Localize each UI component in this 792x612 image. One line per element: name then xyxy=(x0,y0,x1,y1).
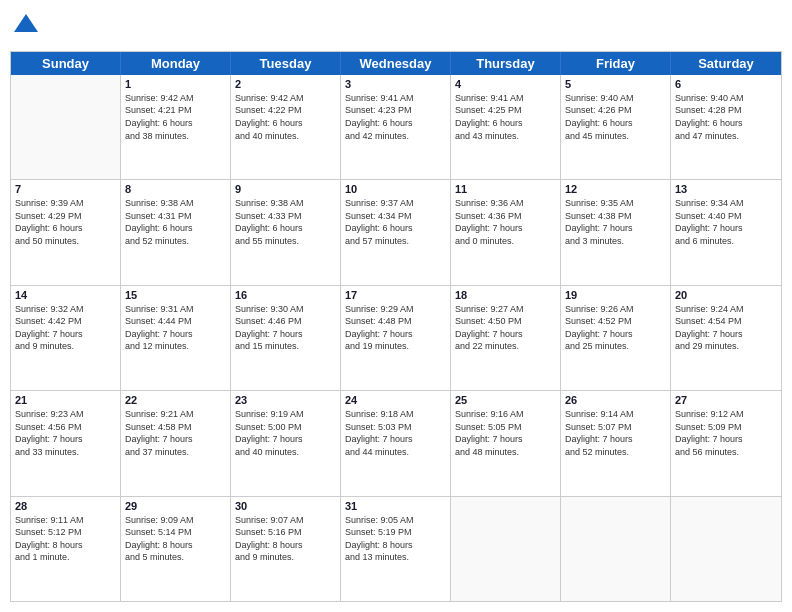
day-info: Sunrise: 9:19 AM Sunset: 5:00 PM Dayligh… xyxy=(235,408,336,458)
logo-icon xyxy=(12,10,40,38)
day-number: 13 xyxy=(675,183,777,195)
day-info: Sunrise: 9:18 AM Sunset: 5:03 PM Dayligh… xyxy=(345,408,446,458)
day-number: 2 xyxy=(235,78,336,90)
day-cell: 19Sunrise: 9:26 AM Sunset: 4:52 PM Dayli… xyxy=(561,286,671,390)
header-day-sunday: Sunday xyxy=(11,52,121,75)
day-cell: 30Sunrise: 9:07 AM Sunset: 5:16 PM Dayli… xyxy=(231,497,341,601)
logo xyxy=(10,10,40,43)
day-cell xyxy=(11,75,121,179)
day-number: 4 xyxy=(455,78,556,90)
header-day-tuesday: Tuesday xyxy=(231,52,341,75)
day-info: Sunrise: 9:14 AM Sunset: 5:07 PM Dayligh… xyxy=(565,408,666,458)
day-info: Sunrise: 9:37 AM Sunset: 4:34 PM Dayligh… xyxy=(345,197,446,247)
day-cell: 28Sunrise: 9:11 AM Sunset: 5:12 PM Dayli… xyxy=(11,497,121,601)
day-number: 5 xyxy=(565,78,666,90)
day-info: Sunrise: 9:26 AM Sunset: 4:52 PM Dayligh… xyxy=(565,303,666,353)
day-cell: 15Sunrise: 9:31 AM Sunset: 4:44 PM Dayli… xyxy=(121,286,231,390)
day-number: 14 xyxy=(15,289,116,301)
day-cell: 22Sunrise: 9:21 AM Sunset: 4:58 PM Dayli… xyxy=(121,391,231,495)
day-cell: 26Sunrise: 9:14 AM Sunset: 5:07 PM Dayli… xyxy=(561,391,671,495)
day-info: Sunrise: 9:30 AM Sunset: 4:46 PM Dayligh… xyxy=(235,303,336,353)
day-info: Sunrise: 9:34 AM Sunset: 4:40 PM Dayligh… xyxy=(675,197,777,247)
day-cell xyxy=(561,497,671,601)
day-number: 8 xyxy=(125,183,226,195)
day-info: Sunrise: 9:11 AM Sunset: 5:12 PM Dayligh… xyxy=(15,514,116,564)
week-row-1: 1Sunrise: 9:42 AM Sunset: 4:21 PM Daylig… xyxy=(11,75,781,180)
calendar-header: SundayMondayTuesdayWednesdayThursdayFrid… xyxy=(11,52,781,75)
day-number: 9 xyxy=(235,183,336,195)
header-day-saturday: Saturday xyxy=(671,52,781,75)
day-info: Sunrise: 9:31 AM Sunset: 4:44 PM Dayligh… xyxy=(125,303,226,353)
day-number: 20 xyxy=(675,289,777,301)
calendar-body: 1Sunrise: 9:42 AM Sunset: 4:21 PM Daylig… xyxy=(11,75,781,601)
day-number: 11 xyxy=(455,183,556,195)
day-number: 29 xyxy=(125,500,226,512)
day-number: 31 xyxy=(345,500,446,512)
day-cell: 18Sunrise: 9:27 AM Sunset: 4:50 PM Dayli… xyxy=(451,286,561,390)
day-number: 21 xyxy=(15,394,116,406)
day-info: Sunrise: 9:40 AM Sunset: 4:28 PM Dayligh… xyxy=(675,92,777,142)
day-number: 18 xyxy=(455,289,556,301)
day-cell: 16Sunrise: 9:30 AM Sunset: 4:46 PM Dayli… xyxy=(231,286,341,390)
day-info: Sunrise: 9:42 AM Sunset: 4:21 PM Dayligh… xyxy=(125,92,226,142)
day-number: 3 xyxy=(345,78,446,90)
day-number: 10 xyxy=(345,183,446,195)
day-number: 30 xyxy=(235,500,336,512)
day-cell: 11Sunrise: 9:36 AM Sunset: 4:36 PM Dayli… xyxy=(451,180,561,284)
day-number: 28 xyxy=(15,500,116,512)
day-number: 22 xyxy=(125,394,226,406)
day-info: Sunrise: 9:09 AM Sunset: 5:14 PM Dayligh… xyxy=(125,514,226,564)
day-cell: 12Sunrise: 9:35 AM Sunset: 4:38 PM Dayli… xyxy=(561,180,671,284)
day-number: 27 xyxy=(675,394,777,406)
calendar: SundayMondayTuesdayWednesdayThursdayFrid… xyxy=(10,51,782,602)
day-info: Sunrise: 9:23 AM Sunset: 4:56 PM Dayligh… xyxy=(15,408,116,458)
day-info: Sunrise: 9:36 AM Sunset: 4:36 PM Dayligh… xyxy=(455,197,556,247)
day-cell: 7Sunrise: 9:39 AM Sunset: 4:29 PM Daylig… xyxy=(11,180,121,284)
day-number: 15 xyxy=(125,289,226,301)
day-cell: 4Sunrise: 9:41 AM Sunset: 4:25 PM Daylig… xyxy=(451,75,561,179)
day-cell: 24Sunrise: 9:18 AM Sunset: 5:03 PM Dayli… xyxy=(341,391,451,495)
day-cell: 5Sunrise: 9:40 AM Sunset: 4:26 PM Daylig… xyxy=(561,75,671,179)
day-info: Sunrise: 9:16 AM Sunset: 5:05 PM Dayligh… xyxy=(455,408,556,458)
day-cell: 8Sunrise: 9:38 AM Sunset: 4:31 PM Daylig… xyxy=(121,180,231,284)
day-cell: 3Sunrise: 9:41 AM Sunset: 4:23 PM Daylig… xyxy=(341,75,451,179)
day-info: Sunrise: 9:41 AM Sunset: 4:25 PM Dayligh… xyxy=(455,92,556,142)
day-number: 7 xyxy=(15,183,116,195)
day-cell xyxy=(451,497,561,601)
day-cell xyxy=(671,497,781,601)
header-day-wednesday: Wednesday xyxy=(341,52,451,75)
day-info: Sunrise: 9:05 AM Sunset: 5:19 PM Dayligh… xyxy=(345,514,446,564)
day-info: Sunrise: 9:42 AM Sunset: 4:22 PM Dayligh… xyxy=(235,92,336,142)
day-info: Sunrise: 9:41 AM Sunset: 4:23 PM Dayligh… xyxy=(345,92,446,142)
day-cell: 6Sunrise: 9:40 AM Sunset: 4:28 PM Daylig… xyxy=(671,75,781,179)
day-info: Sunrise: 9:21 AM Sunset: 4:58 PM Dayligh… xyxy=(125,408,226,458)
day-cell: 29Sunrise: 9:09 AM Sunset: 5:14 PM Dayli… xyxy=(121,497,231,601)
day-number: 23 xyxy=(235,394,336,406)
day-info: Sunrise: 9:24 AM Sunset: 4:54 PM Dayligh… xyxy=(675,303,777,353)
day-cell: 10Sunrise: 9:37 AM Sunset: 4:34 PM Dayli… xyxy=(341,180,451,284)
day-cell: 27Sunrise: 9:12 AM Sunset: 5:09 PM Dayli… xyxy=(671,391,781,495)
day-number: 26 xyxy=(565,394,666,406)
header-day-thursday: Thursday xyxy=(451,52,561,75)
day-number: 24 xyxy=(345,394,446,406)
header-day-monday: Monday xyxy=(121,52,231,75)
day-cell: 1Sunrise: 9:42 AM Sunset: 4:21 PM Daylig… xyxy=(121,75,231,179)
day-number: 17 xyxy=(345,289,446,301)
day-info: Sunrise: 9:29 AM Sunset: 4:48 PM Dayligh… xyxy=(345,303,446,353)
day-cell: 17Sunrise: 9:29 AM Sunset: 4:48 PM Dayli… xyxy=(341,286,451,390)
week-row-4: 21Sunrise: 9:23 AM Sunset: 4:56 PM Dayli… xyxy=(11,391,781,496)
day-cell: 23Sunrise: 9:19 AM Sunset: 5:00 PM Dayli… xyxy=(231,391,341,495)
day-cell: 20Sunrise: 9:24 AM Sunset: 4:54 PM Dayli… xyxy=(671,286,781,390)
day-info: Sunrise: 9:38 AM Sunset: 4:31 PM Dayligh… xyxy=(125,197,226,247)
day-cell: 21Sunrise: 9:23 AM Sunset: 4:56 PM Dayli… xyxy=(11,391,121,495)
day-number: 12 xyxy=(565,183,666,195)
day-info: Sunrise: 9:39 AM Sunset: 4:29 PM Dayligh… xyxy=(15,197,116,247)
header xyxy=(10,10,782,43)
page: SundayMondayTuesdayWednesdayThursdayFrid… xyxy=(0,0,792,612)
day-info: Sunrise: 9:27 AM Sunset: 4:50 PM Dayligh… xyxy=(455,303,556,353)
day-cell: 31Sunrise: 9:05 AM Sunset: 5:19 PM Dayli… xyxy=(341,497,451,601)
week-row-3: 14Sunrise: 9:32 AM Sunset: 4:42 PM Dayli… xyxy=(11,286,781,391)
day-number: 6 xyxy=(675,78,777,90)
day-cell: 13Sunrise: 9:34 AM Sunset: 4:40 PM Dayli… xyxy=(671,180,781,284)
day-info: Sunrise: 9:32 AM Sunset: 4:42 PM Dayligh… xyxy=(15,303,116,353)
